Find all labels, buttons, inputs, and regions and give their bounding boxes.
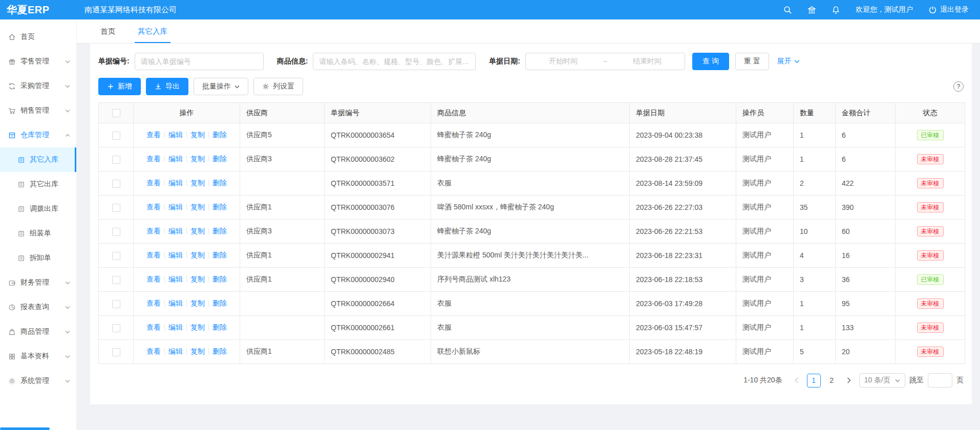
export-button[interactable]: 导出 [146, 78, 188, 95]
next-page-button[interactable] [843, 374, 855, 387]
column-settings-button[interactable]: 列设置 [253, 78, 303, 95]
status-badge: 已审核 [917, 274, 944, 285]
copy-link[interactable]: 复制 [190, 179, 205, 187]
tab-home[interactable]: 首页 [100, 19, 115, 43]
sidebar-item-home[interactable]: 首页 [0, 25, 76, 49]
delete-link[interactable]: 删除 [212, 347, 227, 355]
copy-link[interactable]: 复制 [190, 299, 205, 307]
search-icon[interactable] [783, 6, 792, 14]
copy-link[interactable]: 复制 [190, 155, 205, 163]
delete-link[interactable]: 删除 [212, 227, 227, 235]
sidebar-item-other-outbound[interactable]: 其它出库 [0, 172, 76, 197]
page-tabs: 首页 其它入库 [77, 19, 980, 44]
cart-icon [8, 107, 16, 115]
row-checkbox[interactable] [112, 300, 120, 308]
sidebar-item-purchase[interactable]: 采购管理 [0, 74, 76, 98]
edit-link[interactable]: 编辑 [168, 179, 183, 187]
copy-link[interactable]: 复制 [190, 203, 205, 211]
row-checkbox[interactable] [112, 204, 120, 212]
batch-operations-button[interactable]: 批量操作 [194, 78, 248, 95]
row-checkbox[interactable] [112, 132, 120, 140]
edit-link[interactable]: 编辑 [168, 131, 183, 139]
logout-button[interactable]: 退出登录 [928, 5, 969, 14]
view-link[interactable]: 查看 [146, 299, 161, 307]
edit-link[interactable]: 编辑 [168, 203, 183, 211]
app-logo: 华夏ERP [0, 3, 77, 17]
reset-button[interactable]: 重 置 [735, 53, 769, 70]
add-button[interactable]: 新增 [98, 78, 141, 95]
delete-link[interactable]: 删除 [212, 155, 227, 163]
sidebar-item-finance[interactable]: 财务管理 [0, 270, 76, 295]
delete-link[interactable]: 删除 [212, 323, 227, 331]
prev-page-button[interactable] [791, 374, 803, 387]
horizontal-scrollbar-thumb[interactable] [0, 427, 50, 430]
row-checkbox[interactable] [112, 276, 120, 284]
delete-link[interactable]: 删除 [212, 203, 227, 211]
row-checkbox[interactable] [112, 252, 120, 260]
sidebar-item-other-inbound[interactable]: 其它入库 [0, 147, 76, 172]
delete-link[interactable]: 删除 [212, 299, 227, 307]
delete-link[interactable]: 删除 [212, 251, 227, 259]
sidebar-item-disassembly[interactable]: 拆卸单 [0, 246, 76, 270]
total-amount-cell: 422 [836, 171, 896, 196]
edit-link[interactable]: 编辑 [168, 347, 183, 355]
help-icon[interactable]: ? [953, 81, 964, 92]
view-link[interactable]: 查看 [146, 179, 161, 187]
bank-icon[interactable] [807, 6, 816, 14]
edit-link[interactable]: 编辑 [168, 155, 183, 163]
edit-link[interactable]: 编辑 [168, 299, 183, 307]
order-no-cell: QTRK00000002940 [325, 268, 431, 292]
expand-link[interactable]: 展开 [777, 57, 800, 66]
date-range-input[interactable]: 开始时间 ~ 结束时间 [525, 53, 685, 70]
sidebar-item-products[interactable]: 商品管理 [0, 319, 76, 344]
sidebar-item-basic-data[interactable]: 基本资料 [0, 344, 76, 369]
view-link[interactable]: 查看 [146, 347, 161, 355]
date-end-placeholder[interactable]: 结束时间 [610, 57, 685, 66]
row-checkbox[interactable] [112, 228, 120, 236]
delete-link[interactable]: 删除 [212, 179, 227, 187]
jump-to-page-input[interactable] [928, 373, 952, 388]
view-link[interactable]: 查看 [146, 203, 161, 211]
edit-link[interactable]: 编辑 [168, 227, 183, 235]
copy-link[interactable]: 复制 [190, 131, 205, 139]
bell-icon[interactable] [832, 6, 840, 14]
page-number-2[interactable]: 2 [825, 374, 839, 388]
product-info-input[interactable] [313, 53, 476, 70]
main-area: 首页 其它入库 单据编号: 商品信息: 单据日期: 开始时间 ~ [77, 0, 980, 430]
date-start-placeholder[interactable]: 开始时间 [526, 57, 601, 66]
edit-link[interactable]: 编辑 [168, 323, 183, 331]
row-checkbox[interactable] [112, 324, 120, 332]
copy-link[interactable]: 复制 [190, 323, 205, 331]
sidebar-item-label: 零售管理 [20, 57, 49, 66]
sidebar-item-transfer-outbound[interactable]: 调拨出库 [0, 197, 76, 221]
view-link[interactable]: 查看 [146, 227, 161, 235]
view-link[interactable]: 查看 [146, 131, 161, 139]
sidebar-item-reports[interactable]: 报表查询 [0, 295, 76, 319]
row-checkbox[interactable] [112, 156, 120, 164]
row-checkbox[interactable] [112, 180, 120, 188]
row-checkbox[interactable] [112, 348, 120, 356]
sidebar-item-retail[interactable]: 零售管理 [0, 49, 76, 74]
delete-link[interactable]: 删除 [212, 131, 227, 139]
copy-link[interactable]: 复制 [190, 227, 205, 235]
sidebar-item-assembly[interactable]: 组装单 [0, 221, 76, 246]
edit-link[interactable]: 编辑 [168, 251, 183, 259]
view-link[interactable]: 查看 [146, 323, 161, 331]
view-link[interactable]: 查看 [146, 251, 161, 259]
search-button[interactable]: 查 询 [692, 53, 729, 70]
order-no-input[interactable] [135, 53, 264, 70]
sidebar-item-system[interactable]: 系统管理 [0, 369, 76, 393]
copy-link[interactable]: 复制 [190, 251, 205, 259]
select-all-checkbox[interactable] [112, 109, 120, 117]
sidebar-item-warehouse[interactable]: 仓库管理 [0, 123, 76, 147]
delete-link[interactable]: 删除 [212, 275, 227, 283]
copy-link[interactable]: 复制 [190, 275, 205, 283]
view-link[interactable]: 查看 [146, 155, 161, 163]
page-size-select[interactable]: 10 条/页 [859, 373, 905, 388]
tab-other-inbound[interactable]: 其它入库 [138, 19, 167, 43]
copy-link[interactable]: 复制 [190, 347, 205, 355]
view-link[interactable]: 查看 [146, 275, 161, 283]
page-number-1[interactable]: 1 [807, 374, 821, 388]
edit-link[interactable]: 编辑 [168, 275, 183, 283]
sidebar-item-sales[interactable]: 销售管理 [0, 98, 76, 123]
